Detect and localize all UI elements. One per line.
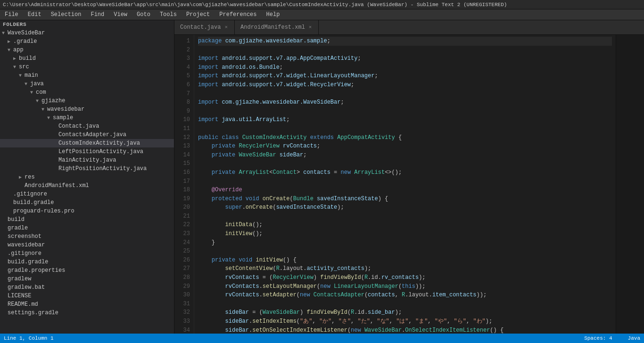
tree-label: gjiazhe [41, 98, 65, 104]
menu-item-goto[interactable]: Goto [132, 10, 155, 19]
tab-androidmanifest-tab[interactable]: AndroidManifest.xml× [235, 20, 319, 34]
sidebar-item-gradle-properties[interactable]: gradle.properties [0, 266, 174, 275]
line-number: 3 [174, 54, 190, 63]
sidebar-item-license[interactable]: LICENSE [0, 292, 174, 300]
tree-arrow: ▼ [8, 48, 13, 53]
tree-arrow: ▶ [19, 174, 25, 180]
sidebar-item-wavesidebar-root2[interactable]: wavesidebar [0, 241, 174, 249]
line-number: 19 [174, 195, 190, 204]
sidebar-item-build-gradle-app[interactable]: build.gradle [0, 198, 174, 207]
sidebar-item-gradlew-bat[interactable]: gradlew.bat [0, 283, 174, 292]
tree-label: build [8, 216, 25, 223]
tree-arrow: ▶ [13, 56, 19, 61]
sidebar-item-gjiazhe-folder[interactable]: ▼gjiazhe [0, 97, 174, 105]
menu-item-file[interactable]: File [0, 10, 23, 19]
code-line: @Override [198, 186, 612, 195]
sidebar-item-gitignore-app[interactable]: .gitignore [0, 190, 174, 198]
code-line [198, 46, 612, 55]
sidebar-item-gradle-folder[interactable]: ▶.gradle [0, 37, 174, 46]
sidebar-item-build-folder[interactable]: ▶build [0, 54, 174, 63]
tree-label: sample [53, 114, 73, 121]
line-numbers: 1234567891011121314151617181920212223242… [174, 35, 194, 334]
sidebar-item-gradlew[interactable]: gradlew [0, 275, 174, 283]
tree-label: LeftPositionActivity.java [58, 148, 143, 155]
line-number: 26 [174, 256, 190, 265]
sidebar-item-androidmanifest-xml[interactable]: AndroidManifest.xml [0, 181, 174, 190]
line-number: 8 [174, 98, 190, 107]
line-number: 4 [174, 63, 190, 72]
menu-item-preferences[interactable]: Preferences [215, 10, 261, 19]
sidebar-item-contact-java[interactable]: Contact.java [0, 122, 174, 131]
code-content[interactable]: package com.gjiazhe.wavesidebar.sample; … [194, 35, 616, 334]
sidebar-item-gradle-root[interactable]: gradle [0, 224, 174, 232]
tab-contact-tab[interactable]: Contact.java× [174, 20, 235, 34]
sidebar-item-rightpositionactivity-java[interactable]: RightPositionActivity.java [0, 164, 174, 173]
sidebar-item-gitignore-root[interactable]: .gitignore [0, 249, 174, 258]
line-number: 22 [174, 220, 190, 229]
sidebar: FOLDERS ▼WaveSideBar▶.gradle▼app▶build▼s… [0, 20, 174, 334]
sidebar-item-leftpositionactivity-java[interactable]: LeftPositionActivity.java [0, 147, 174, 156]
sidebar-item-app-folder[interactable]: ▼app [0, 46, 174, 54]
line-number: 11 [174, 124, 190, 133]
tree-label: .gitignore [8, 250, 41, 257]
sidebar-item-contactsadapter-java[interactable]: ContactsAdapter.java [0, 131, 174, 139]
tab-close-icon[interactable]: × [308, 24, 313, 30]
line-number: 16 [174, 168, 190, 177]
status-spaces: Spaces: 4 [584, 335, 612, 341]
menu-item-find[interactable]: Find [86, 10, 109, 19]
tree-label: wavesidebar [47, 106, 84, 113]
menu-item-selection[interactable]: Selection [46, 10, 86, 19]
code-line: private ArrayList<Contact> contacts = ne… [198, 168, 612, 177]
line-number: 18 [174, 186, 190, 195]
sidebar-item-res-folder[interactable]: ▶res [0, 173, 174, 181]
code-line: protected void onCreate(Bundle savedInst… [198, 195, 612, 204]
tree-label: build.gradle [8, 259, 48, 265]
sidebar-item-proguard-rules[interactable]: proguard-rules.pro [0, 207, 174, 215]
code-line: package com.gjiazhe.wavesidebar.sample; [198, 37, 612, 46]
line-number: 28 [174, 273, 190, 282]
menu-item-help[interactable]: Help [262, 10, 285, 19]
tree-label: app [13, 47, 24, 53]
tree-label: src [19, 64, 29, 70]
sidebar-item-wavesidebar-root[interactable]: ▼WaveSideBar [0, 29, 174, 37]
tab-close-icon[interactable]: × [223, 24, 229, 30]
code-line [198, 247, 612, 256]
sidebar-item-wavesidebar-folder[interactable]: ▼wavesidebar [0, 105, 174, 114]
tree-arrow: ▼ [36, 98, 41, 104]
sidebar-item-mainactivity-java[interactable]: MainActivity.java [0, 156, 174, 164]
code-line: sideBar.setOnSelectIndexItemListener(new… [198, 326, 612, 334]
tree-arrow: ▼ [2, 31, 8, 36]
sidebar-item-settings-gradle[interactable]: settings.gradle [0, 309, 174, 317]
code-line: initData(); [198, 220, 612, 229]
sidebar-item-main-folder[interactable]: ▼main [0, 71, 174, 80]
code-line: sideBar = (WaveSideBar) findViewById(R.i… [198, 308, 612, 317]
sidebar-item-com-folder[interactable]: ▼com [0, 88, 174, 97]
menu-item-edit[interactable]: Edit [23, 10, 46, 19]
line-number: 2 [174, 46, 190, 55]
menu-item-tools[interactable]: Tools [155, 10, 182, 19]
code-line [198, 107, 612, 116]
code-line: rvContacts.setAdapter(new ContactsAdapte… [198, 291, 612, 300]
menu-item-view[interactable]: View [109, 10, 132, 19]
line-number: 7 [174, 90, 190, 98]
sidebar-item-src-folder[interactable]: ▼src [0, 63, 174, 71]
line-number: 9 [174, 107, 190, 116]
sidebar-item-screenshot-root[interactable]: screenshot [0, 232, 174, 241]
tree-label: com [36, 89, 46, 96]
line-number: 21 [174, 212, 190, 221]
sidebar-item-java-folder[interactable]: ▼java [0, 80, 174, 88]
sidebar-item-readme[interactable]: README.md [0, 300, 174, 309]
sidebar-item-customindexactivity-java[interactable]: CustomIndexActivity.java [0, 139, 174, 147]
sidebar-item-build-root[interactable]: build [0, 215, 174, 224]
sidebar-item-build-gradle-root[interactable]: build.gradle [0, 258, 174, 266]
code-line: rvContacts = (RecyclerView) findViewById… [198, 273, 612, 282]
code-line [198, 124, 612, 133]
minimap [616, 35, 644, 334]
code-line: } [198, 238, 612, 247]
line-number: 25 [174, 247, 190, 256]
tree-label: gradlew.bat [8, 284, 45, 291]
menu-item-project[interactable]: Project [182, 10, 215, 19]
code-line: sideBar.setIndexItems("あ", "か", "さ", "た"… [198, 317, 612, 326]
tree-arrow: ▼ [19, 73, 25, 78]
sidebar-item-sample-folder[interactable]: ▼sample [0, 114, 174, 122]
